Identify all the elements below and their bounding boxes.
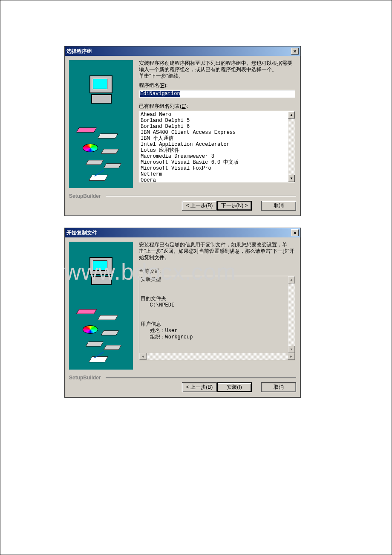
scroll-up-button: ▲ xyxy=(288,276,295,283)
close-button[interactable]: ✕ xyxy=(291,229,299,236)
titlebar[interactable]: 开始复制文件 ✕ xyxy=(65,228,300,237)
close-icon: ✕ xyxy=(293,49,297,54)
existing-groups-listbox[interactable]: Ahead Nero Borland Delphi 5 Borland Delp… xyxy=(139,111,288,182)
wizard-image xyxy=(69,60,133,188)
current-settings-box: 安装类型 目的文件夹 C:\NPEDI 用户信息 姓名：User 组织：Work… xyxy=(139,276,295,360)
scroll-up-button[interactable]: ▲ xyxy=(288,111,295,119)
existing-groups-label: 已有程序组名列表(E): xyxy=(139,103,295,110)
start-copy-files-dialog: 开始复制文件 ✕ 安装程序已有足够的信息用于复制文件，如果您想要改变设置，单击"… xyxy=(64,228,301,398)
back-button[interactable]: < 上一步(B) xyxy=(182,382,217,392)
button-bar: < 上一步(B) 安装(I) 取消 xyxy=(65,382,300,397)
next-button[interactable]: 下一步(N) > xyxy=(217,201,252,211)
dialog-title: 开始复制文件 xyxy=(66,229,97,237)
scroll-down-button[interactable]: ▼ xyxy=(288,175,295,182)
dialog-title: 选择程序组 xyxy=(66,48,92,55)
description-text: 安装程序将创建程序图标至以下列出的程序组中。您也可以根据需要输入一个新的程序组名… xyxy=(139,60,295,79)
cancel-button[interactable]: 取消 xyxy=(261,382,296,392)
titlebar[interactable]: 选择程序组 ✕ xyxy=(65,46,300,56)
group-name-input[interactable]: EdiNavigation xyxy=(139,90,295,98)
cancel-button[interactable]: 取消 xyxy=(261,201,296,211)
wizard-image xyxy=(69,242,133,370)
vertical-scrollbar[interactable]: ▲ ▼ xyxy=(288,111,295,182)
vertical-scrollbar[interactable]: ▲ ▼ xyxy=(288,276,295,353)
horizontal-scrollbar[interactable]: ◄ ► xyxy=(139,353,295,360)
group-name-label: 程序组名(P): xyxy=(139,82,295,89)
settings-text: 安装类型 目的文件夹 C:\NPEDI 用户信息 姓名：User 组织：Work… xyxy=(139,276,288,353)
setupbuilder-label: SetupBuilder xyxy=(65,374,300,382)
back-button[interactable]: < 上一步(B) xyxy=(182,201,217,211)
close-icon: ✕ xyxy=(293,231,297,235)
current-settings-label: 当前设置: xyxy=(139,268,295,275)
close-button[interactable]: ✕ xyxy=(291,48,299,55)
scroll-track[interactable] xyxy=(288,283,295,346)
scroll-left-button: ◄ xyxy=(139,353,147,360)
install-button[interactable]: 安装(I) xyxy=(217,382,252,392)
scroll-down-button: ▼ xyxy=(288,346,295,353)
scroll-right-button: ► xyxy=(288,353,295,360)
description-text: 安装程序已有足够的信息用于复制文件，如果您想要改变设置，单击"上一步"返回。如果… xyxy=(139,242,295,261)
scroll-track[interactable] xyxy=(288,119,295,175)
group-name-value: EdiNavigation xyxy=(140,91,180,97)
button-bar: < 上一步(B) 下一步(N) > 取消 xyxy=(65,201,300,216)
select-program-group-dialog: 选择程序组 ✕ 安装程序将创建程序图标至以下列出的程序组中。您也可以根据需要输入… xyxy=(64,46,301,216)
scroll-track[interactable] xyxy=(147,353,288,360)
setupbuilder-label: SetupBuilder xyxy=(65,192,300,201)
